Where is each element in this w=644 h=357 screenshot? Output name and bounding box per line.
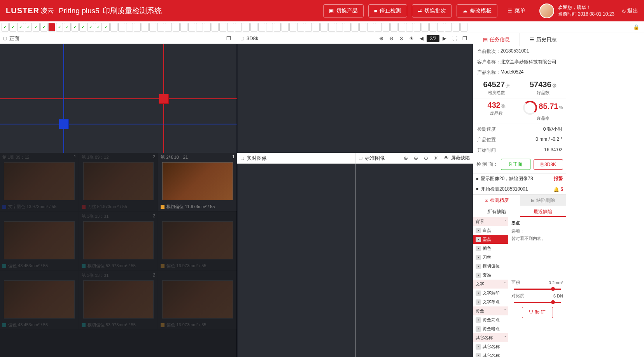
check-cell[interactable] [180,23,187,32]
realtime-view[interactable] [237,164,355,357]
check-cell[interactable] [336,23,343,32]
menu-button[interactable]: ☰菜单 [502,5,531,17]
defect-group[interactable]: 文字ˇ [473,280,508,289]
zoom-out-icon[interactable]: ⊖ [387,34,396,43]
thumbnail[interactable]: 偏色 16.973mm² / 55 [158,212,237,270]
prev-icon[interactable]: ◀ [417,34,426,43]
check-cell[interactable] [219,23,226,32]
switch-product-button[interactable]: ▣切换产品 [323,4,364,18]
tab-precision[interactable]: ⊡检测精度 [473,195,520,206]
next-icon[interactable]: ▶ [440,34,449,43]
check-cell[interactable]: ✓ [87,23,94,32]
check-cell[interactable]: ✓ [40,23,47,32]
front-view[interactable] [0,44,237,153]
check-cell[interactable] [328,23,335,32]
logout-button[interactable]: ⎋退出 [622,7,638,14]
defect-item[interactable]: •其它名称 [473,342,508,351]
face-front-button[interactable]: ⎘正面 [501,159,530,170]
defect-item[interactable]: •套准 [473,271,508,280]
check-cell[interactable] [453,23,460,32]
check-cell[interactable]: ✓ [72,23,79,32]
check-cell[interactable] [305,23,312,32]
check-cell[interactable]: ✓ [25,23,32,32]
defect-group[interactable]: 烫金ˇ [473,306,508,315]
zoom-out-icon[interactable]: ⊖ [411,154,420,163]
defect-item[interactable]: •墨点 [473,235,508,244]
check-cell[interactable] [118,23,125,32]
defect-item[interactable]: •模切偏位 [473,262,508,271]
check-cell[interactable] [414,23,421,32]
check-cell[interactable] [297,23,304,32]
mask-defect-label[interactable]: 屏蔽缺陷 [451,155,470,161]
check-cell[interactable] [429,23,436,32]
check-cell[interactable] [274,23,281,32]
tab-all-defects[interactable]: 所有缺陷 [473,206,520,217]
defect-item[interactable]: •烫金亮点 [473,315,508,324]
brightness-icon[interactable]: ☀ [432,154,440,163]
defect-item[interactable]: •其它名称 [473,351,508,357]
check-cell[interactable]: ✓ [56,23,63,32]
defect-item[interactable]: •文字漏印 [473,289,508,298]
thumbnail[interactable]: 第 1张 09：122 刀丝 54.973mm² / 55 [79,153,158,211]
check-cell[interactable]: ✓ [9,23,16,32]
defect-group[interactable]: 其它名称ˇ [473,333,508,342]
standard-view[interactable] [355,164,473,357]
check-cell[interactable] [142,23,149,32]
check-cell[interactable] [460,23,467,32]
check-cell[interactable] [422,23,429,32]
check-cell[interactable] [359,23,366,32]
check-cell[interactable]: ✓ [33,23,40,32]
check-cell[interactable] [266,23,273,32]
check-cell[interactable] [282,23,289,32]
thumbnail[interactable]: 第 2张 10：211 模切偏位 11.973mm² / 55 [158,153,237,211]
check-cell[interactable] [48,23,55,32]
check-cell[interactable] [250,23,257,32]
defect-item[interactable]: •烫金暗点 [473,324,508,333]
blue-marker[interactable] [59,119,69,129]
check-cell[interactable] [149,23,156,32]
brightness-icon[interactable]: ☀ [407,34,416,43]
zoom-fit-icon[interactable]: ⊙ [422,154,430,163]
check-cell[interactable] [445,23,452,32]
lock-icon[interactable]: 🔒 [633,24,639,30]
check-cell[interactable] [344,23,351,32]
check-cell[interactable]: ✓ [103,23,110,32]
switch-batch-button[interactable]: ⇄切换批次 [412,4,452,18]
check-cell[interactable] [313,23,320,32]
check-cell[interactable]: ✓ [17,23,24,32]
thumbnail[interactable]: 第 3张 13：312 模切偏位 53.973mm² / 55 [79,271,158,329]
3d-view[interactable] [237,44,473,153]
check-cell[interactable] [383,23,390,32]
check-cell[interactable] [204,23,211,32]
tab-history-log[interactable]: ☰历史日志 [520,33,566,46]
red-marker[interactable] [159,94,169,104]
user-avatar[interactable] [539,4,554,18]
defect-item[interactable]: •文字墨点 [473,298,508,306]
check-cell[interactable] [110,23,117,32]
check-cell[interactable] [352,23,359,32]
verify-button[interactable]: ⛉验 证 [522,307,553,318]
zoom-fit-icon[interactable]: ⊙ [397,34,406,43]
check-cell[interactable] [243,23,250,32]
check-cell[interactable] [258,23,265,32]
check-cell[interactable] [134,23,141,32]
check-cell[interactable]: ✓ [64,23,71,32]
check-cell[interactable] [188,23,195,32]
multi-window-icon[interactable]: ❐ [224,34,233,43]
check-cell[interactable]: ✓ [79,23,86,32]
eye-icon[interactable]: 👁 [442,154,450,163]
defect-item[interactable]: •刀丝 [473,253,508,262]
check-cell[interactable] [375,23,382,32]
tab-defect-delete[interactable]: ⊟缺陷删除 [520,195,567,206]
defect-group[interactable]: 背景ˇ [473,217,508,226]
face-3d-button[interactable]: ⎘3D8K [534,159,563,170]
check-cell[interactable] [320,23,327,32]
fullscreen-icon[interactable]: ⛶ [450,34,459,43]
check-cell[interactable]: ✓ [95,23,102,32]
check-cell[interactable] [157,23,164,32]
thumbnail[interactable]: 偏色 16.973mm² / 55 [158,271,237,329]
check-cell[interactable] [126,23,133,32]
thumbnail[interactable]: 偏色 43.453mm² / 55 [0,271,79,329]
tab-recent-defects[interactable]: 最近缺陷 [520,206,567,217]
check-cell[interactable] [173,23,180,32]
